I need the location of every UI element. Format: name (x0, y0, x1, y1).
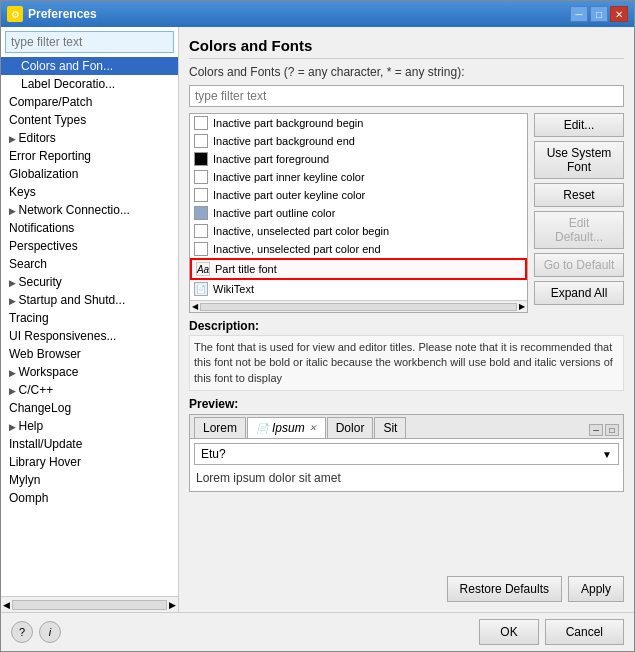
sidebar-item-cpp[interactable]: C/C++ (1, 381, 178, 399)
sidebar-item-tracing[interactable]: Tracing (1, 309, 178, 327)
preview-body: Etu? ▼ Lorem ipsum dolor sit amet (190, 439, 623, 491)
color-item-label: WikiText (213, 283, 254, 295)
color-item-outline[interactable]: Inactive part outline color (190, 204, 527, 222)
colors-list-container: Inactive part background begin Inactive … (189, 113, 528, 313)
expand-all-button[interactable]: Expand All (534, 281, 624, 305)
color-swatch (194, 224, 208, 238)
sidebar-tree: Colors and Fon... Label Decoratio... Com… (1, 57, 178, 596)
preview-maximize-btn[interactable]: □ (605, 424, 619, 436)
sidebar-item-colors-fonts[interactable]: Colors and Fon... (1, 57, 178, 75)
color-item-label: Inactive, unselected part color end (213, 243, 381, 255)
sidebar-item-network[interactable]: Network Connectio... (1, 201, 178, 219)
main-panel: Colors and Fonts Colors and Fonts (? = a… (179, 27, 634, 612)
edit-default-button[interactable]: Edit Default... (534, 211, 624, 249)
color-swatch (194, 116, 208, 130)
sidebar-item-globalization[interactable]: Globalization (1, 165, 178, 183)
sidebar-item-error-reporting[interactable]: Error Reporting (1, 147, 178, 165)
color-swatch (194, 170, 208, 184)
maximize-button[interactable]: □ (590, 6, 608, 22)
sidebar-item-changelog[interactable]: ChangeLog (1, 399, 178, 417)
color-swatch (194, 152, 208, 166)
reset-button[interactable]: Reset (534, 183, 624, 207)
hscroll-left[interactable]: ◀ (192, 302, 198, 311)
color-item-part-title-font[interactable]: Aa Part title font (190, 258, 527, 280)
footer-icons: ? i (11, 621, 61, 643)
colors-hscroll[interactable]: ◀ ▶ (190, 300, 527, 312)
dropdown-value: Etu? (201, 447, 226, 461)
color-item-inactive-bg-end[interactable]: Inactive part background end (190, 132, 527, 150)
color-item-inner-keyline[interactable]: Inactive part inner keyline color (190, 168, 527, 186)
color-item-label: Part title font (215, 263, 277, 275)
sidebar-search-input[interactable] (5, 31, 174, 53)
folder-icon: 📄 (194, 282, 208, 296)
color-item-label: Inactive part foreground (213, 153, 329, 165)
sidebar-item-perspectives[interactable]: Perspectives (1, 237, 178, 255)
preview-container: Lorem 📄 Ipsum ✕ Dolor Sit (189, 414, 624, 492)
preview-tab-ipsum[interactable]: 📄 Ipsum ✕ (247, 417, 326, 438)
preview-tab-sit[interactable]: Sit (374, 417, 406, 438)
sidebar-item-content-types[interactable]: Content Types (1, 111, 178, 129)
tab-icon-ipsum: 📄 (256, 423, 268, 434)
color-item-wikitext[interactable]: 📄 WikiText (190, 280, 527, 298)
sidebar-item-ui-responsiveness[interactable]: UI Responsivenes... (1, 327, 178, 345)
colors-filter-input[interactable] (189, 85, 624, 107)
sidebar-hscroll[interactable]: ◀ ▶ (1, 596, 178, 612)
preview-text: Lorem ipsum dolor sit amet (194, 469, 619, 487)
sidebar-item-startup[interactable]: Startup and Shutd... (1, 291, 178, 309)
restore-defaults-button[interactable]: Restore Defaults (447, 576, 562, 602)
help-icon[interactable]: ? (11, 621, 33, 643)
hscroll-right[interactable]: ▶ (519, 302, 525, 311)
preview-tab-dolor[interactable]: Dolor (327, 417, 374, 438)
sidebar-item-editors[interactable]: Editors (1, 129, 178, 147)
minimize-button[interactable]: ─ (570, 6, 588, 22)
scroll-left-btn[interactable]: ◀ (3, 600, 10, 610)
go-to-default-button[interactable]: Go to Default (534, 253, 624, 277)
preview-window-buttons: ─ □ (589, 424, 619, 438)
use-system-font-button[interactable]: Use System Font (534, 141, 624, 179)
color-item-inactive-fg[interactable]: Inactive part foreground (190, 150, 527, 168)
color-item-label: Inactive part outline color (213, 207, 335, 219)
tab-label: Dolor (336, 421, 365, 435)
info-icon[interactable]: i (39, 621, 61, 643)
preview-tab-lorem[interactable]: Lorem (194, 417, 246, 438)
bottom-buttons: Restore Defaults Apply (189, 572, 624, 602)
sidebar-item-install-update[interactable]: Install/Update (1, 435, 178, 453)
sidebar-item-keys[interactable]: Keys (1, 183, 178, 201)
color-swatch (194, 242, 208, 256)
color-swatch (194, 206, 208, 220)
colors-list: Inactive part background begin Inactive … (190, 114, 527, 300)
sidebar-item-notifications[interactable]: Notifications (1, 219, 178, 237)
sidebar-item-oomph[interactable]: Oomph (1, 489, 178, 507)
preview-dropdown[interactable]: Etu? ▼ (194, 443, 619, 465)
sidebar-item-web-browser[interactable]: Web Browser (1, 345, 178, 363)
color-item-label: Inactive part background end (213, 135, 355, 147)
sidebar-item-library-hover[interactable]: Library Hover (1, 453, 178, 471)
sidebar-item-search[interactable]: Search (1, 255, 178, 273)
color-item-inactive-bg-begin[interactable]: Inactive part background begin (190, 114, 527, 132)
tab-close-icon[interactable]: ✕ (309, 423, 317, 433)
window-controls: ─ □ ✕ (570, 6, 628, 22)
titlebar: ⚙ Preferences ─ □ ✕ (1, 1, 634, 27)
description-area: Description: The font that is used for v… (189, 319, 624, 391)
color-item-outer-keyline[interactable]: Inactive part outer keyline color (190, 186, 527, 204)
apply-button[interactable]: Apply (568, 576, 624, 602)
preview-minimize-btn[interactable]: ─ (589, 424, 603, 436)
sidebar-item-label-decoration[interactable]: Label Decoratio... (1, 75, 178, 93)
tab-label: Sit (383, 421, 397, 435)
color-item-unselected-end[interactable]: Inactive, unselected part color end (190, 240, 527, 258)
cancel-button[interactable]: Cancel (545, 619, 624, 645)
scroll-right-btn[interactable]: ▶ (169, 600, 176, 610)
sidebar-item-mylyn[interactable]: Mylyn (1, 471, 178, 489)
tab-label: Lorem (203, 421, 237, 435)
sidebar-item-workspace[interactable]: Workspace (1, 363, 178, 381)
close-button[interactable]: ✕ (610, 6, 628, 22)
sidebar-item-help[interactable]: Help (1, 417, 178, 435)
edit-button[interactable]: Edit... (534, 113, 624, 137)
tab-label: Ipsum (272, 421, 305, 435)
sidebar-item-compare-patch[interactable]: Compare/Patch (1, 93, 178, 111)
preview-area: Preview: Lorem 📄 Ipsum ✕ Dolor (189, 397, 624, 566)
color-item-unselected-begin[interactable]: Inactive, unselected part color begin (190, 222, 527, 240)
dropdown-arrow-icon: ▼ (602, 449, 612, 460)
sidebar-item-security[interactable]: Security (1, 273, 178, 291)
ok-button[interactable]: OK (479, 619, 538, 645)
